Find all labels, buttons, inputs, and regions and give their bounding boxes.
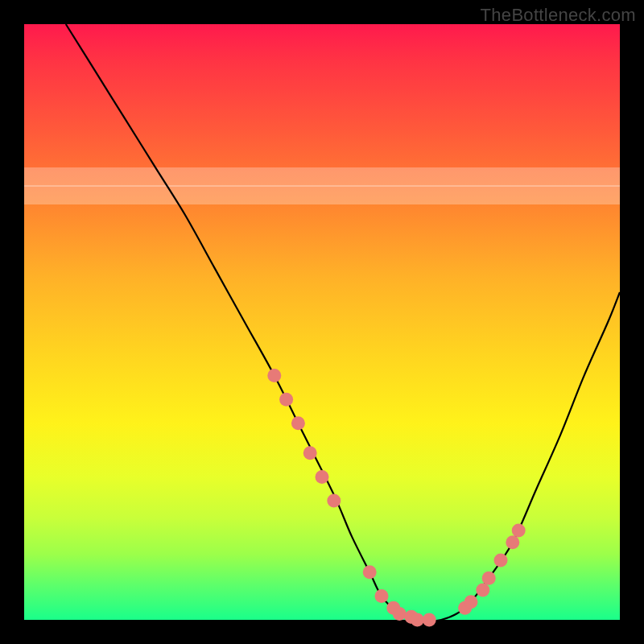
highlight-dot (291, 416, 305, 430)
highlight-dot (411, 613, 424, 627)
highlight-dot (363, 565, 377, 579)
plot-area (24, 24, 620, 620)
highlight-dot (375, 589, 389, 603)
highlight-dot (476, 584, 489, 597)
curve-svg (24, 24, 620, 620)
highlight-dots (267, 369, 525, 626)
chart-frame: TheBottleneck.com (0, 0, 644, 644)
bottleneck-curve (66, 24, 620, 621)
highlight-dot (506, 535, 519, 549)
highlight-dot (464, 595, 478, 609)
highlight-dot (512, 524, 526, 538)
highlight-dot (423, 613, 436, 627)
highlight-dot (267, 369, 281, 382)
highlight-dot (494, 554, 508, 568)
highlight-dot (316, 470, 329, 484)
highlight-dot (303, 446, 317, 460)
highlight-dot (482, 572, 496, 585)
highlight-dot (279, 393, 293, 407)
highlight-dot (393, 607, 407, 621)
watermark-text: TheBottleneck.com (481, 5, 636, 26)
highlight-dot (327, 494, 341, 508)
